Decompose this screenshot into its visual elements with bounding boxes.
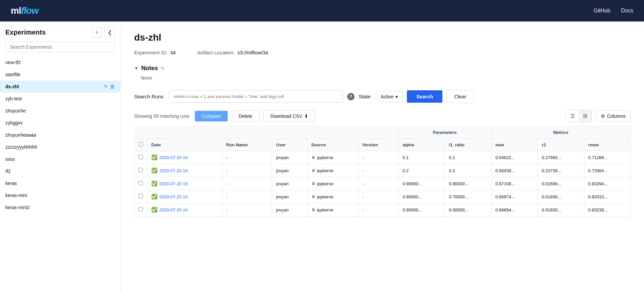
row-rmse: 0.83294...: [584, 177, 630, 190]
state-dropdown[interactable]: Active ▾: [376, 91, 403, 102]
sidebar-item-new-tf2[interactable]: new-tf2 ✎ 🗑: [0, 56, 120, 68]
sidebar-item-ssss[interactable]: ssss ✎ 🗑: [0, 153, 120, 165]
success-icon: ✅: [151, 167, 158, 174]
row-r2: 0.01658...: [538, 190, 584, 203]
row-checkbox-cell: [135, 177, 147, 190]
sidebar-item-keras-mini[interactable]: keras-mini ✎ 🗑: [0, 189, 120, 201]
row-source: 🖥 ipykerne: [307, 177, 358, 190]
delete-icon[interactable]: 🗑: [110, 96, 115, 102]
sidebar-item-keras-mini2[interactable]: keras-mini2 ✎ 🗑: [0, 201, 120, 213]
delete-icon[interactable]: 🗑: [110, 71, 115, 78]
date-link[interactable]: ✅ 2020-07-20 16: [151, 207, 218, 213]
edit-icon[interactable]: ✎: [104, 192, 108, 198]
clear-button[interactable]: Clear: [446, 90, 474, 103]
sidebar-item-zzzzzyyyhhhhh[interactable]: zzzzzyyyhhhhh ✎ 🗑: [0, 141, 120, 153]
row-date: ✅ 2020-07-20 16: [147, 164, 222, 177]
github-link[interactable]: GitHub: [594, 8, 610, 14]
delete-icon[interactable]: 🗑: [110, 84, 115, 90]
delete-icon[interactable]: 🗑: [110, 59, 115, 65]
notes-edit-icon[interactable]: ✎: [161, 65, 165, 71]
monitor-icon: 🖥: [311, 181, 315, 186]
row-run-name: -: [222, 203, 272, 216]
sidebar-item-ds-zhl[interactable]: ds-zhl ✎ 🗑: [0, 81, 120, 93]
select-all-checkbox[interactable]: [139, 142, 143, 146]
edit-icon[interactable]: ✎: [104, 59, 108, 65]
edit-icon[interactable]: ✎: [104, 144, 108, 150]
row-checkbox[interactable]: [139, 194, 143, 198]
row-rmse: 0.73364...: [584, 164, 630, 177]
delete-icon[interactable]: 🗑: [110, 192, 115, 198]
date-link[interactable]: ✅ 2020-07-20 16: [151, 181, 218, 187]
sidebar-item-zhuyunheaaaa[interactable]: zhuyunheaaaa ✎ 🗑: [0, 129, 120, 141]
state-value: Active: [381, 94, 393, 99]
sidebar-item-tf2[interactable]: tf2 ✎ 🗑: [0, 165, 120, 177]
success-icon: ✅: [151, 154, 158, 160]
edit-icon[interactable]: ✎: [104, 132, 108, 138]
nav-links: GitHub Docs: [594, 8, 633, 14]
list-view-button[interactable]: ☰: [566, 110, 579, 122]
date-link[interactable]: ✅ 2020-07-20 16: [151, 167, 218, 174]
notes-content: None: [141, 75, 631, 81]
edit-icon[interactable]: ✎: [104, 108, 108, 114]
collapse-sidebar-button[interactable]: ❮: [104, 27, 115, 38]
col-header-version: Version: [358, 139, 398, 151]
row-checkbox[interactable]: [139, 168, 143, 172]
delete-button[interactable]: Delete: [232, 110, 259, 122]
sidebar-item-zyh-test[interactable]: zyh-test ✎ 🗑: [0, 93, 120, 105]
delete-icon[interactable]: 🗑: [110, 180, 115, 186]
add-experiment-button[interactable]: +: [92, 27, 102, 38]
date-link[interactable]: ✅ 2020-07-20 16: [151, 194, 218, 200]
sidebar-item-label: zzzzzyyyhhhhh: [5, 144, 104, 150]
row-checkbox[interactable]: [139, 155, 143, 159]
row-checkbox-cell: [135, 190, 147, 203]
grid-view-button[interactable]: ⊞: [579, 110, 591, 122]
download-csv-button[interactable]: Download CSV ⬇: [263, 110, 315, 122]
edit-icon[interactable]: ✎: [104, 84, 108, 90]
sidebar-item-label: new-tf2: [5, 60, 104, 65]
runs-table: Parameters Metrics Date Run Name User So…: [134, 126, 631, 216]
search-button[interactable]: Search: [407, 90, 442, 103]
delete-icon[interactable]: 🗑: [110, 204, 115, 210]
sidebar-item-keras[interactable]: keras ✎ 🗑: [0, 177, 120, 189]
search-experiments-input[interactable]: [5, 42, 115, 52]
date-link[interactable]: ✅ 2020-07-20 16: [151, 154, 218, 160]
columns-button[interactable]: ⚙ Columns: [596, 110, 631, 122]
edit-icon[interactable]: ✎: [104, 204, 108, 210]
table-toolbar: Showing 59 matching runs Compare Delete …: [134, 110, 631, 122]
delete-icon[interactable]: 🗑: [110, 156, 115, 162]
delete-icon[interactable]: 🗑: [110, 120, 115, 126]
delete-icon[interactable]: 🗑: [110, 132, 115, 138]
chevron-down-icon: ▾: [395, 94, 398, 99]
row-alpha: 0.1: [398, 151, 445, 164]
delete-icon[interactable]: 🗑: [110, 168, 115, 174]
view-toggle: ☰ ⊞: [566, 110, 592, 122]
docs-link[interactable]: Docs: [621, 8, 633, 14]
notes-toggle-icon: ▼: [134, 66, 139, 71]
row-mae: 0.54622...: [491, 151, 537, 164]
edit-icon[interactable]: ✎: [104, 168, 108, 174]
group-metrics: Metrics: [491, 127, 630, 139]
row-version: -: [358, 164, 398, 177]
row-mae: 0.67108...: [491, 177, 537, 190]
search-runs-input[interactable]: [169, 90, 343, 103]
delete-icon[interactable]: 🗑: [110, 108, 115, 114]
edit-icon[interactable]: ✎: [104, 156, 108, 162]
sidebar-item-startfile[interactable]: startfile ✎ 🗑: [0, 68, 120, 81]
edit-icon[interactable]: ✎: [104, 71, 108, 78]
edit-icon[interactable]: ✎: [104, 180, 108, 186]
row-run-name: -: [222, 151, 272, 164]
edit-icon[interactable]: ✎: [104, 120, 108, 126]
sidebar-item-zhuyunhe[interactable]: zhuyunhe ✎ 🗑: [0, 105, 120, 117]
delete-icon[interactable]: 🗑: [110, 144, 115, 150]
notes-header[interactable]: ▼ Notes ✎: [134, 65, 631, 72]
row-checkbox[interactable]: [139, 207, 143, 211]
search-help-icon[interactable]: ?: [347, 93, 355, 100]
col-header-alpha: alpha: [398, 139, 445, 151]
notes-label: Notes: [141, 65, 158, 72]
row-checkbox[interactable]: [139, 181, 143, 185]
edit-icon[interactable]: ✎: [104, 96, 108, 102]
sidebar-item-zyhggvv[interactable]: zyhggvv ✎ 🗑: [0, 117, 120, 129]
compare-button[interactable]: Compare: [195, 111, 228, 122]
row-l1ratio: 0.90000...: [445, 177, 491, 190]
col-header-mae: mae: [491, 139, 537, 151]
